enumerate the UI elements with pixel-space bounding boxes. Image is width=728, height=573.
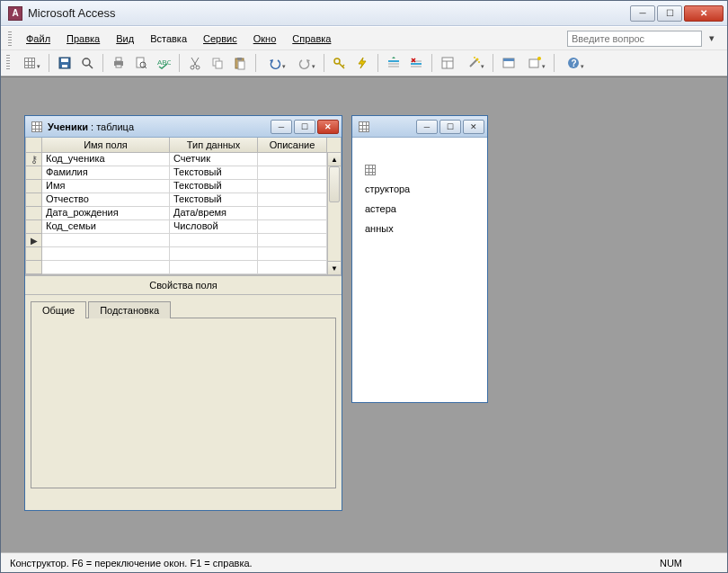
cell-field-name[interactable] bbox=[42, 261, 170, 274]
cell-data-type[interactable]: Текстовый bbox=[170, 193, 258, 207]
table-designer-window[interactable]: Ученики : таблица ─ ☐ ✕ Имя поля Тип дан… bbox=[24, 115, 342, 511]
redo-button[interactable] bbox=[291, 53, 318, 73]
toolbar-grip[interactable] bbox=[6, 55, 10, 71]
minimize-button[interactable]: ─ bbox=[630, 5, 655, 22]
properties-button[interactable] bbox=[438, 53, 457, 73]
primary-key-button[interactable] bbox=[330, 53, 350, 73]
scroll-up-button[interactable]: ▲ bbox=[328, 153, 341, 166]
scroll-thumb[interactable] bbox=[329, 166, 340, 202]
cell-data-type[interactable]: Дата/время bbox=[170, 207, 258, 220]
cell-data-type[interactable]: Счетчик bbox=[170, 153, 258, 166]
list-item[interactable]: астера bbox=[365, 199, 482, 219]
paste-button[interactable] bbox=[230, 53, 250, 73]
cell-description[interactable] bbox=[258, 247, 327, 261]
menu-help[interactable]: Справка bbox=[285, 31, 338, 47]
menubar-grip[interactable] bbox=[8, 31, 12, 46]
cell-description[interactable] bbox=[258, 207, 327, 220]
print-preview-button[interactable] bbox=[131, 53, 151, 73]
cell-data-type[interactable] bbox=[170, 261, 258, 274]
db-window-titlebar[interactable]: ─ ☐ ✕ bbox=[352, 116, 487, 138]
cell-data-type[interactable]: Числовой bbox=[170, 220, 258, 234]
cell-description[interactable] bbox=[258, 234, 327, 247]
view-dropdown-button[interactable] bbox=[16, 53, 43, 73]
table-row[interactable] bbox=[26, 247, 327, 261]
cell-field-name[interactable]: Имя bbox=[42, 180, 170, 193]
cell-field-name[interactable]: Фамилия bbox=[42, 166, 170, 180]
cell-description[interactable] bbox=[258, 261, 327, 274]
menu-view[interactable]: Вид bbox=[109, 31, 141, 47]
row-selector[interactable] bbox=[26, 193, 42, 207]
maximize-button[interactable]: ☐ bbox=[657, 5, 682, 22]
ask-question-input[interactable] bbox=[567, 31, 702, 47]
col-header-field-name[interactable]: Имя поля bbox=[42, 138, 170, 153]
new-object-button[interactable] bbox=[521, 53, 548, 73]
table-row[interactable] bbox=[26, 261, 327, 274]
save-button[interactable] bbox=[55, 53, 75, 73]
list-item[interactable]: анных bbox=[365, 219, 482, 238]
cell-data-type[interactable] bbox=[170, 234, 258, 247]
cell-description[interactable] bbox=[258, 180, 327, 193]
td-minimize-button[interactable]: ─ bbox=[271, 120, 292, 134]
close-button[interactable]: ✕ bbox=[684, 5, 724, 22]
row-selector[interactable] bbox=[26, 166, 42, 180]
db-close-button[interactable]: ✕ bbox=[463, 120, 484, 134]
row-selector[interactable] bbox=[26, 180, 42, 193]
search-button[interactable] bbox=[77, 53, 97, 73]
col-header-data-type[interactable]: Тип данных bbox=[170, 138, 258, 153]
table-row[interactable]: ▶ bbox=[26, 234, 327, 247]
table-row[interactable]: Код_семьиЧисловой bbox=[26, 220, 327, 234]
cell-data-type[interactable]: Текстовый bbox=[170, 180, 258, 193]
cut-button[interactable] bbox=[185, 53, 205, 73]
database-window-button[interactable] bbox=[499, 53, 519, 73]
col-header-description[interactable]: Описание bbox=[258, 138, 327, 153]
scroll-down-button[interactable]: ▼ bbox=[328, 261, 341, 274]
table-row[interactable]: ОтчествоТекстовый bbox=[26, 193, 327, 207]
print-button[interactable] bbox=[109, 53, 129, 73]
row-selector-header[interactable] bbox=[26, 138, 42, 153]
list-item[interactable]: структора bbox=[365, 179, 482, 199]
delete-rows-button[interactable] bbox=[406, 53, 426, 73]
td-close-button[interactable]: ✕ bbox=[317, 120, 339, 134]
row-selector[interactable] bbox=[26, 207, 42, 220]
cell-data-type[interactable]: Текстовый bbox=[170, 166, 258, 180]
row-selector[interactable] bbox=[26, 247, 42, 261]
help-button[interactable]: ? bbox=[560, 53, 587, 73]
cell-field-name[interactable]: Отчество bbox=[42, 193, 170, 207]
menu-window[interactable]: Окно bbox=[246, 31, 284, 47]
build-button[interactable] bbox=[460, 53, 487, 73]
cell-description[interactable] bbox=[258, 166, 327, 180]
cell-description[interactable] bbox=[258, 153, 327, 166]
menu-edit[interactable]: Правка bbox=[59, 31, 107, 47]
td-maximize-button[interactable]: ☐ bbox=[294, 120, 315, 134]
insert-rows-button[interactable] bbox=[384, 53, 404, 73]
ask-question-dropdown-icon[interactable]: ▾ bbox=[704, 32, 720, 44]
row-selector[interactable]: ▶ bbox=[26, 234, 42, 247]
table-row[interactable]: Дата_рожденияДата/время bbox=[26, 207, 327, 220]
cell-data-type[interactable] bbox=[170, 247, 258, 261]
menu-file[interactable]: Файл bbox=[19, 31, 58, 47]
vertical-scrollbar[interactable]: ▲ ▼ bbox=[327, 153, 341, 274]
table-row[interactable]: ИмяТекстовый bbox=[26, 180, 327, 193]
undo-button[interactable] bbox=[262, 53, 289, 73]
cell-description[interactable] bbox=[258, 193, 327, 207]
db-maximize-button[interactable]: ☐ bbox=[439, 120, 461, 134]
cell-description[interactable] bbox=[258, 220, 327, 234]
table-designer-titlebar[interactable]: Ученики : таблица ─ ☐ ✕ bbox=[25, 116, 342, 138]
copy-button[interactable] bbox=[208, 53, 227, 73]
menu-service[interactable]: Сервис bbox=[196, 31, 244, 47]
database-window[interactable]: ─ ☐ ✕ структора астера анных bbox=[351, 115, 488, 403]
spelling-button[interactable]: ABC bbox=[154, 53, 173, 73]
cell-field-name[interactable]: Код_ученика bbox=[42, 153, 170, 166]
cell-field-name[interactable]: Код_семьи bbox=[42, 220, 170, 234]
cell-field-name[interactable]: Дата_рождения bbox=[42, 207, 170, 220]
row-selector[interactable] bbox=[26, 153, 42, 166]
indexes-button[interactable] bbox=[352, 53, 372, 73]
row-selector[interactable] bbox=[26, 261, 42, 274]
db-minimize-button[interactable]: ─ bbox=[416, 120, 438, 134]
cell-field-name[interactable] bbox=[42, 234, 170, 247]
cell-field-name[interactable] bbox=[42, 247, 170, 261]
table-row[interactable]: Код_ученикаСчетчик bbox=[26, 153, 327, 166]
tab-lookup[interactable]: Подстановка bbox=[88, 301, 171, 318]
tab-general[interactable]: Общие bbox=[31, 301, 86, 318]
row-selector[interactable] bbox=[26, 220, 42, 234]
